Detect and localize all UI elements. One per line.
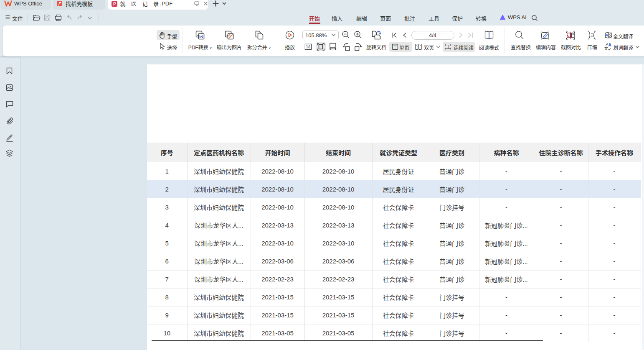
svg-text:文: 文 (609, 33, 612, 37)
svg-text:A: A (608, 43, 611, 47)
svg-text:A: A (606, 33, 609, 37)
svg-text:文: 文 (604, 46, 608, 51)
